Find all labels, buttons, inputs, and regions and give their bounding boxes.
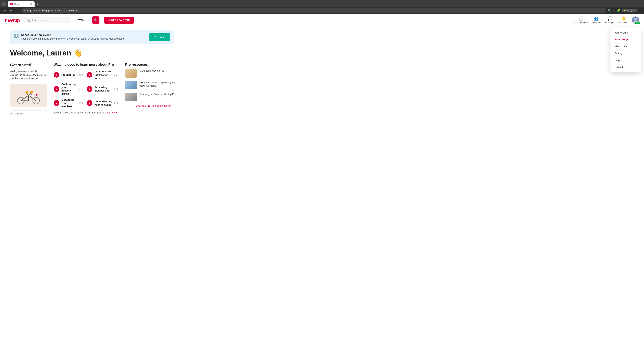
content-grid: Get started Having an event scheduled un…	[10, 63, 174, 115]
extension-icon[interactable]: 🧩	[617, 9, 620, 12]
messages-label: Messages	[605, 21, 614, 24]
notifications-nav-item[interactable]: 🔔 Notifications	[618, 16, 629, 24]
play-icon: ▶	[54, 100, 59, 106]
get-started-heading: Get started	[10, 63, 47, 67]
notifications-label: Notifications	[618, 21, 629, 24]
video-item[interactable]: ▶ Product tour 3:19	[54, 70, 83, 80]
video-info: Product tour	[62, 73, 76, 77]
tab-title: Home	[14, 3, 20, 5]
welcome-heading: Welcome, Lauren 👋	[10, 49, 174, 57]
meetup-navbar: meetup 🔍 Dover, DE 🔍 Start a new group 📊…	[0, 14, 644, 26]
tab-bar-controls: ▾	[2, 2, 6, 6]
messages-nav-item[interactable]: 💬 Messages	[605, 16, 615, 24]
video-info: Messaging your members	[62, 98, 76, 108]
main-content: ℹ️ Schedule a new event Keep the momentu…	[0, 26, 184, 119]
resource-item[interactable]: Unlocking the Power of Meetup Pro	[125, 93, 182, 101]
video-title: Messaging your members	[62, 98, 76, 108]
play-icon: ▶	[54, 72, 59, 78]
get-started-body: Having an event scheduled unlocks Pro ex…	[10, 70, 47, 80]
address-bar-icons: 🔍 ☆ 🧩	[608, 9, 620, 12]
active-tab[interactable]: m Home ✕	[8, 1, 34, 7]
progress-label: 0% Complete	[10, 112, 23, 115]
videos-section: Watch videos to learn more about Pro ▶ P…	[54, 63, 118, 115]
meetup-logo[interactable]: meetup	[5, 17, 20, 23]
dropdown-your-events[interactable]: Your events	[610, 29, 641, 36]
dropdown-help[interactable]: Help	[610, 57, 641, 63]
star-icon[interactable]: ☆	[613, 9, 615, 12]
pro-badge: PRO	[635, 22, 640, 24]
video-info: Accessing member data	[94, 86, 112, 92]
resource-thumbnail	[125, 69, 137, 78]
video-item[interactable]: ▶ Using the Pro registration form 1:17	[87, 70, 118, 80]
play-icon: ▶	[87, 86, 92, 92]
tab-close-button[interactable]: ✕	[30, 3, 32, 5]
svg-line-12	[26, 94, 28, 95]
pro-resources-heading: Pro resources	[125, 63, 182, 66]
search-icon: 🔍	[26, 18, 30, 22]
dropdown-log-out[interactable]: Log out	[610, 63, 641, 70]
incognito-badge: 🕵 Incognito	[622, 9, 637, 12]
search-bar[interactable]: 🔍	[24, 17, 71, 23]
back-button[interactable]: ←	[2, 8, 7, 13]
dropdown-settings[interactable]: Settings	[610, 50, 641, 57]
welcome-text: Welcome, Lauren	[10, 49, 71, 57]
resource-item[interactable]: FAQs about Meetup Pro	[125, 69, 182, 78]
video-item[interactable]: ▶ Understanding your analytics 2:36	[87, 98, 118, 108]
tab-dropdown-arrow[interactable]: ▾	[2, 2, 6, 6]
address-bar: ← → ↺ meetup.com/home/?suggested=true&so…	[0, 7, 644, 14]
location-selector[interactable]: Dover, DE	[76, 18, 88, 22]
browser-menu-button[interactable]: ⋮	[639, 8, 642, 12]
play-icon: ▶	[54, 86, 59, 92]
svg-point-14	[26, 91, 28, 94]
connections-nav-item[interactable]: 👥 Connections	[591, 16, 602, 24]
resource-item[interactable]: Meetup Pro: How do I grow my Pro Network…	[125, 81, 182, 89]
create-event-button[interactable]: + Create e...	[149, 33, 170, 41]
video-item[interactable]: ▶ Messaging your members 2:18	[54, 98, 83, 108]
new-tab-button[interactable]: +	[35, 2, 40, 6]
video-info: Using the Pro registration form	[94, 70, 112, 80]
help-text: You can access these videos at any time …	[54, 111, 105, 114]
video-item[interactable]: ▶ Customizing your network profile 1:41	[54, 82, 83, 95]
pro-resources-section: Pro resources FAQs about Meetup Pro Meet…	[125, 63, 182, 115]
url-field[interactable]: meetup.com/home/?suggested=true&source=E…	[22, 8, 606, 13]
search-input[interactable]	[31, 19, 62, 22]
user-dropdown-menu: Your events Your groups View profile Set…	[610, 27, 641, 72]
dropdown-your-groups[interactable]: Your groups	[610, 36, 641, 43]
user-avatar-button[interactable]: PRO	[632, 16, 639, 24]
search-icon[interactable]: 🔍	[608, 9, 611, 12]
start-group-label: Start a new group	[108, 18, 130, 21]
dropdown-view-profile[interactable]: View profile	[610, 43, 641, 50]
video-title: Understanding your analytics	[94, 100, 112, 106]
video-duration: 2:36	[114, 102, 118, 104]
video-grid: ▶ Product tour 3:19 ▶ Using the Pro regi…	[54, 70, 118, 108]
video-info: Understanding your analytics	[94, 100, 112, 106]
video-duration: 1:17	[114, 73, 118, 76]
get-started-section: Get started Having an event scheduled un…	[10, 63, 47, 115]
location-text: Dover, DE	[76, 18, 88, 22]
alert-title: Schedule a new event	[21, 33, 124, 37]
resource-thumbnail	[125, 93, 137, 101]
forward-button[interactable]: →	[9, 8, 14, 13]
connections-icon: 👥	[594, 16, 598, 21]
messages-icon: 💬	[608, 16, 612, 21]
alert-body: Keep the momentum going in the new year.…	[21, 37, 124, 40]
pro-dashboard-nav-item[interactable]: 📊 Pro Dashboard	[574, 16, 588, 24]
pro-dashboard-icon: 📊	[578, 16, 583, 21]
video-duration: 1:43	[114, 88, 118, 90]
play-icon: ▶	[87, 100, 92, 106]
alert-text: Schedule a new event Keep the momentum g…	[21, 33, 124, 40]
svg-line-7	[28, 95, 36, 101]
video-item[interactable]: ▶ Accessing member data 1:43	[87, 82, 118, 95]
video-title: Customizing your network profile	[62, 82, 76, 95]
alert-banner: ℹ️ Schedule a new event Keep the momentu…	[10, 30, 174, 44]
resource-title: Unlocking the Power of Meetup Pro	[139, 93, 176, 96]
help-center-link[interactable]: help center.	[106, 111, 118, 114]
start-new-group-button[interactable]: Start a new group	[104, 16, 134, 24]
video-title: Using the Pro registration form	[94, 70, 112, 80]
tab-bar: ▾ m Home ✕ +	[0, 0, 644, 7]
search-submit-button[interactable]: 🔍	[92, 16, 100, 24]
reload-button[interactable]: ↺	[15, 8, 20, 13]
resource-thumbnail	[125, 81, 137, 89]
resource-title: FAQs about Meetup Pro	[139, 69, 164, 72]
see-more-link[interactable]: See more Pro Help Center articles	[125, 104, 182, 107]
